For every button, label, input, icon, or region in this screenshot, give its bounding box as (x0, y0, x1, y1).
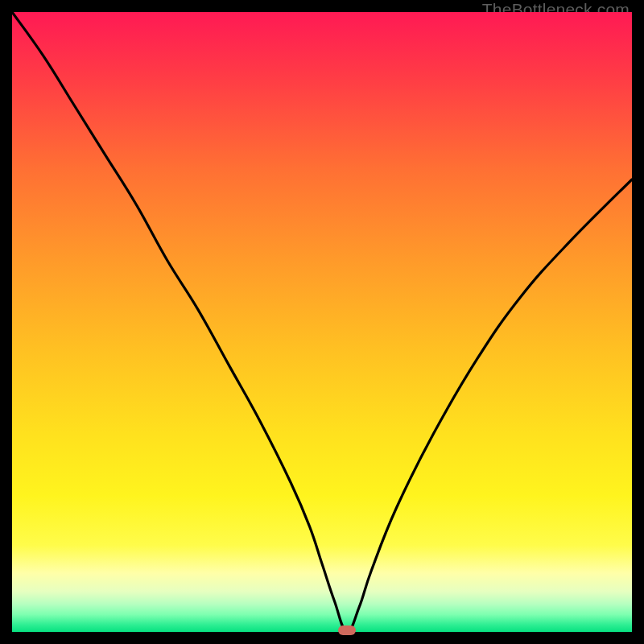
curve-layer (12, 12, 632, 632)
plot-area (12, 12, 632, 632)
bottleneck-marker (338, 625, 356, 635)
bottleneck-curve (12, 12, 632, 632)
chart-container: TheBottleneck.com (0, 0, 644, 644)
